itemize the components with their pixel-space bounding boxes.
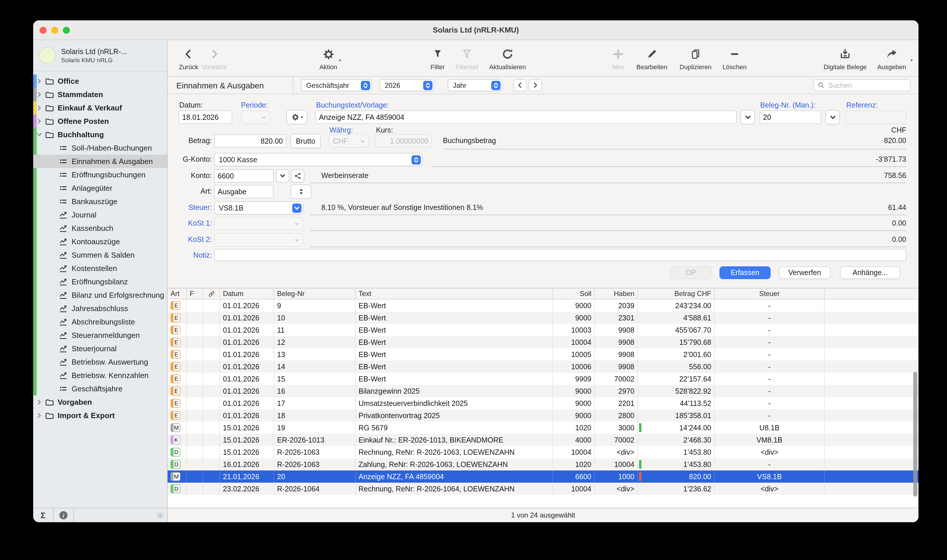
- beleg-nr-dropdown-button[interactable]: [825, 110, 840, 125]
- new-button[interactable]: Neu: [605, 46, 631, 70]
- sidebar-item-buchhaltung[interactable]: Buchhaltung: [33, 128, 167, 141]
- sidebar-item-kassenbuch[interactable]: Kassenbuch: [33, 222, 167, 235]
- g-konto-popup[interactable]: 1000 Kasse: [214, 153, 423, 166]
- template-gear-button[interactable]: ▾: [286, 110, 307, 125]
- erfassen-button[interactable]: Erfassen: [719, 266, 771, 279]
- chevron-right-icon[interactable]: [37, 398, 44, 406]
- chevron-down-icon[interactable]: [37, 131, 44, 138]
- sidebar-item-kontoauszuege[interactable]: Kontoauszüge: [33, 235, 167, 248]
- table-row[interactable]: D16.01.2026R-2026-1063Zahlung, ReNr: R-2…: [168, 458, 918, 471]
- year-popup[interactable]: 2026: [379, 79, 434, 91]
- steuer-popup[interactable]: VS8.1B: [214, 201, 303, 215]
- sidebar-item-offene-posten[interactable]: Offene Posten: [33, 115, 167, 128]
- kost2-popup[interactable]: [214, 233, 303, 246]
- fiscal-year-popup[interactable]: Geschäftsjahr: [301, 79, 372, 91]
- sidebar-item-geschaeftsjahre[interactable]: Geschäftsjahre: [33, 382, 167, 395]
- anhaenge-button[interactable]: Anhänge...: [840, 266, 901, 279]
- table-row[interactable]: D23.02.2026R-2026-1064Rechnung, ReNr: R-…: [168, 483, 918, 495]
- table-row[interactable]: E01.01.202615EB-Wert99097000222’157.64-: [168, 373, 918, 385]
- col-steuer[interactable]: Steuer: [715, 288, 825, 299]
- chevron-right-icon[interactable]: [37, 105, 44, 111]
- sidebar-item-eroeffnungsbilanz[interactable]: Eröffnungsbilanz: [33, 275, 167, 288]
- chevron-right-icon[interactable]: [37, 78, 44, 85]
- filterset-button[interactable]: Filterset: [450, 46, 483, 70]
- sidebar-item-jahresabschluss[interactable]: Jahresabschluss: [33, 302, 167, 315]
- kost1-popup[interactable]: [214, 217, 303, 230]
- art-stepper[interactable]: [290, 185, 312, 199]
- brutto-button[interactable]: Brutto: [290, 134, 321, 148]
- betrag-field[interactable]: [214, 134, 286, 148]
- sidebar-item-betriebsw-auswertung[interactable]: Betriebsw. Auswertung: [33, 355, 167, 369]
- action-button[interactable]: Aktion ▾: [315, 46, 341, 70]
- table-row[interactable]: E01.01.202614EB-Wert100069908556.00-: [168, 360, 918, 373]
- sidebar-item-journal[interactable]: Journal: [33, 208, 167, 222]
- konto-field[interactable]: [214, 169, 273, 183]
- table-row[interactable]: D15.01.2026R-2026-1063Rechnung, ReNr: R-…: [168, 446, 918, 458]
- sidebar-item-vorgaben[interactable]: Vorgaben: [33, 395, 167, 409]
- filter-button[interactable]: Filter: [425, 46, 450, 70]
- konto-dropdown-button[interactable]: [276, 169, 289, 183]
- table-row[interactable]: E01.01.202610EB-Wert900023014’588.61-: [168, 312, 918, 324]
- export-button[interactable]: Ausgeben ▾: [873, 46, 910, 70]
- previous-period-button[interactable]: [514, 79, 527, 91]
- chevron-right-icon[interactable]: [37, 91, 44, 98]
- sidebar-item-import-export[interactable]: Import & Export: [33, 409, 167, 422]
- col-soll[interactable]: Soll: [553, 288, 595, 299]
- table-row[interactable]: E01.01.202617Umsatzsteuerverbindlichkeit…: [168, 397, 918, 409]
- delete-button[interactable]: Löschen: [718, 46, 751, 70]
- kurs-field[interactable]: [375, 134, 432, 148]
- info-button[interactable]: i: [54, 508, 74, 522]
- sidebar-item-einnahmen-ausgaben[interactable]: Einnahmen & Ausgaben: [33, 155, 167, 168]
- sidebar-item-anlagegueter[interactable]: Anlagegüter: [33, 182, 167, 195]
- vertical-scrollbar[interactable]: [913, 372, 917, 497]
- col-beleg[interactable]: Beleg-Nr: [274, 288, 356, 299]
- datum-field[interactable]: [179, 111, 232, 124]
- verwerfen-button[interactable]: Verwerfen: [779, 266, 831, 279]
- edit-button[interactable]: Bearbeiten: [631, 46, 673, 70]
- sidebar-item-bilanz-erfolgsrechnung[interactable]: Bilanz und Erfolgsrechnung: [33, 288, 167, 302]
- table-row[interactable]: M21.01.202620Anzeige NZZ, FA 48590046600…: [168, 471, 918, 483]
- referenz-field[interactable]: [846, 111, 906, 124]
- buchungstext-dropdown-button[interactable]: [740, 110, 755, 125]
- notiz-field[interactable]: [214, 249, 906, 261]
- close-window-button[interactable]: [40, 26, 46, 34]
- back-button[interactable]: Zurück: [176, 46, 201, 70]
- buchungstext-field[interactable]: [315, 111, 737, 124]
- forward-button[interactable]: Vorwärts: [201, 46, 227, 70]
- sum-button[interactable]: Σ: [33, 508, 54, 522]
- sidebar-item-kostenstellen[interactable]: Kostenstellen: [33, 262, 167, 275]
- col-betrag[interactable]: Betrag CHF: [638, 288, 715, 299]
- search-input[interactable]: [827, 80, 907, 90]
- table-row[interactable]: E01.01.202618Privatkontenvortrag 2025900…: [168, 409, 918, 422]
- chevron-right-icon[interactable]: [37, 118, 44, 125]
- sidebar-item-steuerjournal[interactable]: Steuerjournal: [33, 342, 167, 355]
- sidebar-item-bankauszuege[interactable]: Bankauszüge: [33, 195, 167, 208]
- sidebar-item-einkauf-verkauf[interactable]: Einkauf & Verkauf: [33, 101, 167, 115]
- col-attachment[interactable]: [203, 288, 220, 299]
- sidebar-item-stammdaten[interactable]: Stammdaten: [33, 88, 167, 101]
- next-period-button[interactable]: [529, 79, 542, 91]
- duplicate-button[interactable]: Duplizieren: [673, 46, 718, 70]
- sidebar-item-office[interactable]: Office: [33, 74, 167, 88]
- col-text[interactable]: Text: [356, 288, 553, 299]
- sidebar-item-steueranmeldungen[interactable]: Steueranmeldungen: [33, 329, 167, 342]
- col-haben[interactable]: Haben: [595, 288, 638, 299]
- table-row[interactable]: M15.01.202619RG 56791020300014’244.00U8.…: [168, 422, 918, 434]
- konto-share-button[interactable]: [291, 169, 304, 183]
- company-header[interactable]: Solaris Ltd (nRLR-... Solaris KMU nRLG: [33, 40, 167, 72]
- table-row[interactable]: K15.01.2026ER-2026-1013Einkauf Nr.: ER-2…: [168, 434, 918, 446]
- sidebar-item-eroeffnungsbuchungen[interactable]: Eröffnungsbuchungen: [33, 168, 167, 182]
- table-row[interactable]: E01.01.20269EB-Wert90002039243’234.00-: [168, 300, 918, 312]
- table-row[interactable]: E01.01.202613EB-Wert1000599082’001.60-: [168, 348, 918, 360]
- table-row[interactable]: E01.01.202611EB-Wert100039908455’067.70-: [168, 324, 918, 336]
- op-button[interactable]: OP: [670, 266, 712, 279]
- sidebar-item-summen-salden[interactable]: Summen & Salden: [33, 248, 167, 262]
- title-bar[interactable]: Solaris Ltd (nRLR-KMU): [33, 20, 918, 40]
- col-f[interactable]: F: [187, 288, 203, 299]
- sidebar-item-abschreibungsliste[interactable]: Abschreibungsliste: [33, 315, 167, 329]
- col-art[interactable]: Art: [168, 288, 187, 299]
- sidebar-item-betriebsw-kennzahlen[interactable]: Betriebsw. Kennzahlen: [33, 369, 167, 382]
- minimize-window-button[interactable]: [51, 26, 58, 34]
- sidebar-resize-handle[interactable]: [157, 513, 162, 518]
- table-row[interactable]: E01.01.202612EB-Wert10004990815’790.68-: [168, 336, 918, 348]
